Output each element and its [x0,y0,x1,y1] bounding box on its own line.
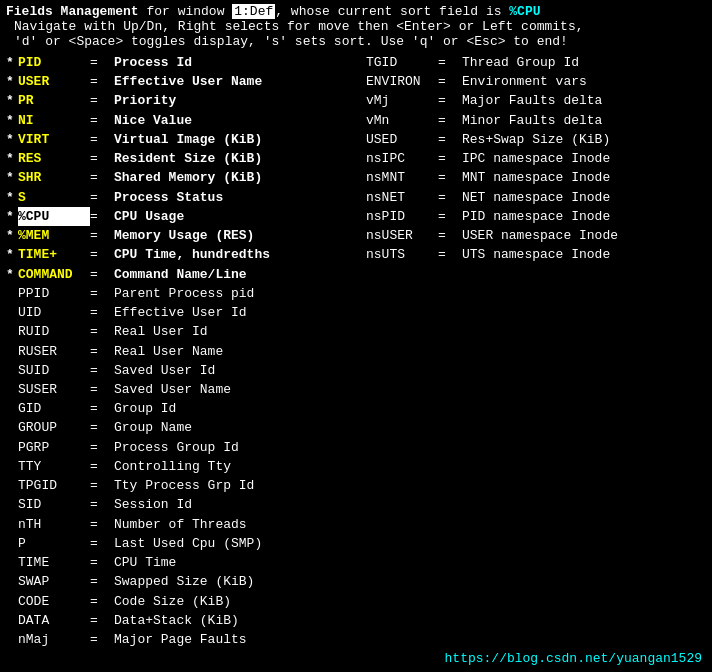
field-desc: Tty Process Grp Id [114,476,254,495]
field-eq: = [438,149,458,168]
header-line1: Fields Management for window 1:Def, whos… [6,4,706,19]
field-name: SUSER [18,380,90,399]
field-name: TPGID [18,476,90,495]
right-field-row: nsUTS=UTS namespace Inode [366,245,706,264]
field-desc: Parent Process pid [114,284,254,303]
field-eq: = [438,91,458,110]
field-eq: = [438,130,458,149]
header-line3: 'd' or <Space> toggles display, 's' sets… [6,34,706,49]
right-field-row: nsIPC=IPC namespace Inode [366,149,706,168]
field-star: * [6,245,18,264]
left-field-row: *TIME+=CPU Time, hundredths [6,245,366,264]
field-desc: Real User Name [114,342,223,361]
field-eq: = [438,188,458,207]
right-field-row: vMn=Minor Faults delta [366,111,706,130]
field-star: * [6,91,18,110]
field-desc: Real User Id [114,322,208,341]
field-eq: = [90,265,110,284]
field-desc: IPC namespace Inode [462,149,610,168]
field-eq: = [438,226,458,245]
field-name: TIME [18,553,90,572]
field-name: RUID [18,322,90,341]
field-name: nsUTS [366,245,438,264]
field-eq: = [90,438,110,457]
left-field-row: *SHR=Shared Memory (KiB) [6,168,366,187]
left-field-row: SID=Session Id [6,495,366,514]
field-desc: Shared Memory (KiB) [114,168,262,187]
field-name: UID [18,303,90,322]
field-desc: Virtual Image (KiB) [114,130,262,149]
left-field-row: SUSER=Saved User Name [6,380,366,399]
field-eq: = [90,515,110,534]
field-desc: Major Faults delta [462,91,602,110]
field-desc: Process Group Id [114,438,239,457]
field-name: SHR [18,168,90,187]
field-eq: = [90,418,110,437]
field-desc: Process Status [114,188,223,207]
field-star: * [6,53,18,72]
field-desc: Swapped Size (KiB) [114,572,254,591]
field-eq: = [90,149,110,168]
field-star: * [6,188,18,207]
field-desc: Code Size (KiB) [114,592,231,611]
right-field-row: nsNET=NET namespace Inode [366,188,706,207]
field-desc: Priority [114,91,176,110]
left-field-row: UID=Effective User Id [6,303,366,322]
field-eq: = [90,399,110,418]
field-name: RUSER [18,342,90,361]
field-eq: = [90,91,110,110]
left-field-row: nTH=Number of Threads [6,515,366,534]
field-eq: = [438,111,458,130]
field-eq: = [438,168,458,187]
right-field-row: ENVIRON=Environment vars [366,72,706,91]
field-name: CODE [18,592,90,611]
field-desc: Saved User Name [114,380,231,399]
field-name: NI [18,111,90,130]
field-name: vMn [366,111,438,130]
field-eq: = [90,457,110,476]
field-name: ENVIRON [366,72,438,91]
header: Fields Management for window 1:Def, whos… [6,4,706,49]
field-desc: UTS namespace Inode [462,245,610,264]
field-star: * [6,265,18,284]
field-eq: = [90,534,110,553]
field-eq: = [90,168,110,187]
field-star: * [6,130,18,149]
field-desc: Minor Faults delta [462,111,602,130]
field-name: nsNET [366,188,438,207]
field-eq: = [90,53,110,72]
field-eq: = [90,630,110,649]
left-field-row: *VIRT=Virtual Image (KiB) [6,130,366,149]
field-name: nsUSER [366,226,438,245]
field-name: S [18,188,90,207]
field-desc: Group Name [114,418,192,437]
field-eq: = [90,572,110,591]
left-field-row: *PID=Process Id [6,53,366,72]
field-eq: = [90,592,110,611]
field-eq: = [90,322,110,341]
sort-field: %CPU [509,4,540,19]
field-name: TIME+ [18,245,90,264]
field-name: VIRT [18,130,90,149]
field-desc: CPU Time, hundredths [114,245,270,264]
field-star: * [6,207,18,226]
left-field-row: *NI=Nice Value [6,111,366,130]
field-eq: = [90,245,110,264]
right-field-row: nsUSER=USER namespace Inode [366,226,706,245]
field-eq: = [438,245,458,264]
left-field-row: *COMMAND=Command Name/Line [6,265,366,284]
field-desc: PID namespace Inode [462,207,610,226]
field-eq: = [90,207,110,226]
field-name: USER [18,72,90,91]
left-column: *PID=Process Id*USER=Effective User Name… [6,53,366,649]
field-eq: = [438,53,458,72]
field-desc: Controlling Tty [114,457,231,476]
field-eq: = [90,380,110,399]
field-eq: = [90,361,110,380]
field-name: DATA [18,611,90,630]
field-name: TTY [18,457,90,476]
field-name: COMMAND [18,265,90,284]
field-name: vMj [366,91,438,110]
field-eq: = [90,611,110,630]
left-field-row: RUID=Real User Id [6,322,366,341]
